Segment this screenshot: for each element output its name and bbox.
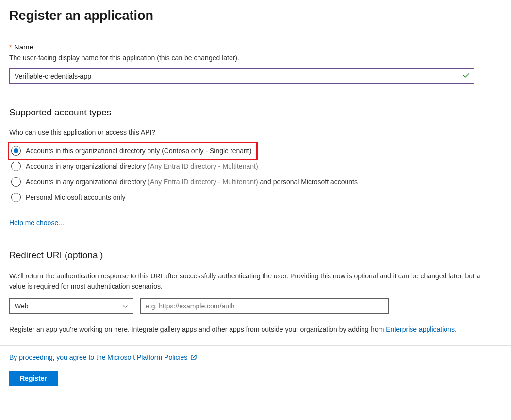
radio-icon[interactable] (11, 162, 21, 171)
account-type-option-2[interactable]: Accounts in any organizational directory… (9, 174, 502, 190)
redirect-uri-heading: Redirect URI (optional) (9, 250, 502, 260)
help-me-choose-link[interactable]: Help me choose... (9, 219, 64, 226)
account-type-option-1[interactable]: Accounts in any organizational directory… (9, 159, 502, 174)
required-star-icon: * (9, 43, 12, 51)
account-type-option-3[interactable]: Personal Microsoft accounts only (9, 190, 502, 205)
external-link-icon (190, 354, 197, 361)
radio-label: Accounts in any organizational directory… (26, 162, 258, 171)
chevron-down-icon (122, 303, 128, 309)
account-type-option-0[interactable]: Accounts in this organizational director… (9, 143, 256, 159)
radio-label: Personal Microsoft accounts only (26, 193, 125, 202)
radio-icon[interactable] (11, 146, 21, 156)
name-label-text: Name (14, 43, 33, 51)
footer-note: Register an app you're working on here. … (9, 324, 485, 335)
platform-select[interactable]: Web (9, 298, 133, 314)
radio-label: Accounts in this organizational director… (26, 146, 251, 155)
page-title: Register an application (9, 8, 153, 23)
account-types-radio-group: Accounts in this organizational director… (9, 143, 502, 205)
more-icon[interactable]: ⋯ (160, 10, 172, 22)
platform-policies-link[interactable]: By proceeding, you agree to the Microsof… (9, 354, 187, 361)
radio-icon[interactable] (11, 193, 21, 202)
register-button[interactable]: Register (9, 371, 58, 386)
check-icon (462, 72, 470, 81)
redirect-uri-description: We'll return the authentication response… (9, 271, 485, 291)
footer-note-prefix: Register an app you're working on here. … (9, 325, 386, 333)
name-field-description: The user-facing display name for this ap… (9, 54, 502, 62)
name-field-label: *Name (9, 43, 502, 51)
account-types-sub: Who can use this application or access t… (9, 129, 502, 136)
footer-separator (0, 345, 511, 346)
platform-select-value: Web (15, 302, 122, 310)
enterprise-applications-link[interactable]: Enterprise applications. (386, 325, 457, 333)
redirect-uri-input[interactable] (140, 298, 389, 314)
account-types-heading: Supported account types (9, 107, 502, 118)
name-input[interactable] (9, 68, 474, 84)
radio-icon[interactable] (11, 177, 21, 187)
radio-label: Accounts in any organizational directory… (26, 178, 358, 186)
